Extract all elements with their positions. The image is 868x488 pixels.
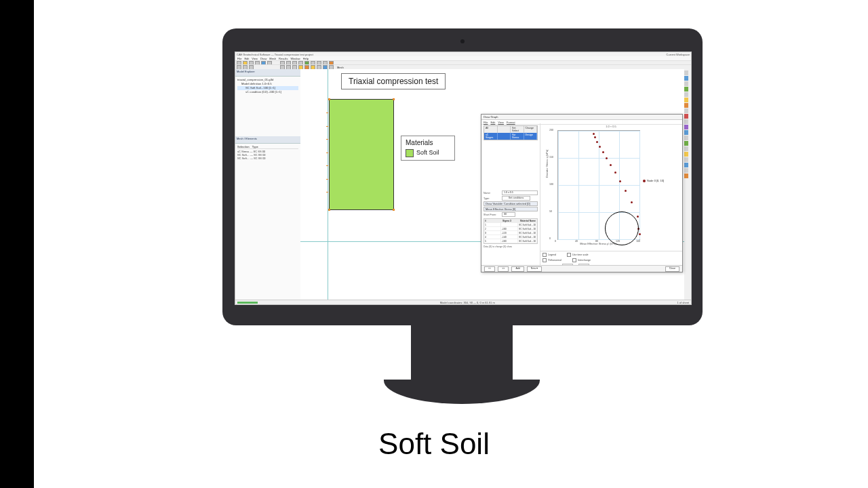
model-canvas[interactable]: Triaxial compression test Materials Soft… bbox=[300, 69, 684, 300]
chart-point bbox=[619, 180, 621, 182]
checkbox-legend[interactable]: Legend bbox=[542, 253, 556, 257]
next-button[interactable]: >> bbox=[498, 266, 509, 272]
status-bar: Model coordinates: 304, 90 — 0, 0 m 61.9… bbox=[235, 300, 691, 304]
chart-point bbox=[606, 157, 608, 159]
tool-icon[interactable] bbox=[684, 163, 688, 167]
subpanel-list[interactable]: Selection Type sC Stress — SC SS 00 SC S… bbox=[235, 144, 300, 161]
chart-point bbox=[596, 141, 598, 143]
col-header: Selection bbox=[237, 145, 250, 148]
axis-vertical bbox=[328, 69, 328, 300]
node-icon bbox=[393, 209, 395, 211]
materials-legend: Materials Soft Soil bbox=[401, 136, 455, 161]
model-tree[interactable]: triaxial_compression_01.g3d Model defini… bbox=[235, 77, 300, 96]
chart-point bbox=[625, 190, 627, 192]
col-header: All bbox=[484, 126, 498, 133]
draw-variable-dropdown[interactable]: Draw Variable: Condition selected [0] bbox=[484, 201, 538, 206]
tool-icon[interactable] bbox=[684, 136, 688, 140]
tool-icon[interactable] bbox=[684, 174, 688, 178]
table-row[interactable]: 5-160SC Soft Soil - 10 bbox=[484, 239, 537, 243]
menu-edit[interactable]: Edit bbox=[244, 57, 249, 60]
col-header: Change bbox=[524, 126, 538, 133]
tool-icon[interactable] bbox=[684, 70, 688, 75]
menu-results[interactable]: Results bbox=[279, 57, 288, 60]
tool-icon[interactable] bbox=[684, 141, 688, 146]
dialog-title: Draw Graph bbox=[484, 115, 498, 119]
node-icon bbox=[328, 209, 330, 211]
name-label: Name: bbox=[484, 192, 500, 195]
tool-icon[interactable] bbox=[684, 81, 688, 86]
col-header: Type bbox=[252, 145, 258, 148]
monitor-stand-neck bbox=[411, 325, 513, 384]
chart-point bbox=[602, 151, 604, 153]
tool-icon[interactable] bbox=[684, 157, 688, 162]
tool-icon[interactable] bbox=[684, 168, 688, 173]
set-conditions-button[interactable]: Set conditions bbox=[502, 196, 530, 201]
tool-icon[interactable] bbox=[684, 130, 688, 135]
tool-icon[interactable] bbox=[684, 108, 688, 113]
checkbox-interchange[interactable]: Interchange bbox=[572, 258, 591, 262]
chart-point bbox=[593, 133, 595, 135]
dialog-titlebar[interactable]: Draw Graph bbox=[481, 115, 682, 120]
menu-file[interactable]: File bbox=[237, 57, 241, 60]
materials-title: Materials bbox=[406, 139, 450, 146]
close-button[interactable]: Close bbox=[665, 266, 679, 272]
short-from-label: Short From: bbox=[484, 214, 500, 216]
menu-window[interactable]: Window bbox=[290, 57, 300, 60]
dialog-left-panel: All Set Select Change sC Stages Var Stre… bbox=[481, 123, 540, 272]
tool-icon[interactable] bbox=[684, 87, 688, 92]
col-header: Set Select bbox=[511, 126, 524, 133]
subpanel-header: Mesh / Elements bbox=[235, 136, 300, 144]
tool-icon[interactable] bbox=[684, 119, 688, 124]
graph-dialog[interactable]: Draw Graph File Edit View Format bbox=[481, 114, 683, 272]
menu-view[interactable]: View bbox=[252, 57, 258, 60]
chart-point bbox=[637, 216, 639, 218]
dialog-button-bar: << >> Add New ▾ Close bbox=[481, 265, 682, 272]
short-from-input[interactable]: 00 bbox=[502, 212, 515, 217]
workspace-label: Current Workspace bbox=[667, 53, 690, 56]
tool-icon[interactable] bbox=[684, 114, 688, 119]
panel-header: Model Explorer bbox=[235, 69, 300, 77]
selection-table[interactable]: All Set Select Change sC Stages Var Stre… bbox=[484, 125, 538, 140]
soil-specimen-rect[interactable] bbox=[329, 99, 394, 210]
tool-icon[interactable] bbox=[684, 125, 688, 129]
tool-icon[interactable] bbox=[684, 98, 688, 102]
tool-icon[interactable] bbox=[684, 152, 688, 157]
y-variable-dropdown[interactable]: Mean Effective Stress [0] bbox=[484, 207, 538, 211]
chart-point bbox=[610, 164, 612, 166]
table-note: Data (0) to change (0) show bbox=[484, 245, 538, 248]
magnifier-icon bbox=[605, 211, 639, 245]
chart-title: 1.0 × 0.5 bbox=[540, 125, 682, 128]
list-row[interactable]: SC Soft… — SC SS 00 bbox=[237, 157, 298, 160]
app-title: CAE Geotechnical Software — Triaxial com… bbox=[237, 53, 313, 56]
tool-icon[interactable] bbox=[684, 76, 688, 81]
tool-icon[interactable] bbox=[684, 103, 688, 108]
node-icon bbox=[393, 98, 395, 100]
chart-point bbox=[631, 201, 633, 203]
add-button[interactable]: Add bbox=[511, 266, 524, 272]
selection-row-active[interactable]: sC Stages Var Stress Design bbox=[484, 133, 537, 140]
monitor-stand-base bbox=[384, 380, 540, 404]
tool-icon[interactable] bbox=[684, 146, 688, 151]
name-input[interactable]: 1.0 x 0.5 bbox=[502, 190, 538, 195]
chart-point bbox=[614, 171, 616, 174]
status-right: 1 of sheet bbox=[677, 301, 689, 304]
menu-help[interactable]: Help bbox=[303, 57, 309, 60]
tool-icon[interactable] bbox=[684, 92, 688, 97]
monitor-camera-dot bbox=[460, 39, 465, 43]
chart-point bbox=[594, 136, 596, 138]
checkbox-orthonormal[interactable]: Orthonormal bbox=[542, 258, 561, 262]
data-table[interactable]: # Sigma 3 Material Name 1SC Soft Soil - … bbox=[484, 218, 538, 244]
canvas-title-label: Triaxial compression test bbox=[341, 73, 446, 89]
menu-mesh[interactable]: Mesh bbox=[269, 57, 276, 60]
tree-item[interactable]: sC condition (0.0) -100 [1×1] bbox=[237, 90, 298, 94]
checkbox-time-scale[interactable]: Use time scale bbox=[567, 253, 589, 257]
material-name: Soft Soil bbox=[416, 149, 439, 156]
chart-area: 1.0 × 0.5 Deviator Stress q (kPa) Mean E… bbox=[540, 123, 682, 264]
menu-draw[interactable]: Draw bbox=[260, 57, 267, 60]
page-caption: Soft Soil bbox=[0, 427, 868, 461]
col-header bbox=[498, 126, 511, 133]
new-dropdown-button[interactable]: New ▾ bbox=[527, 266, 542, 272]
prev-button[interactable]: << bbox=[484, 266, 495, 272]
chart-legend: Node 0 [0, 10] bbox=[643, 179, 664, 182]
chart-point bbox=[599, 146, 601, 148]
